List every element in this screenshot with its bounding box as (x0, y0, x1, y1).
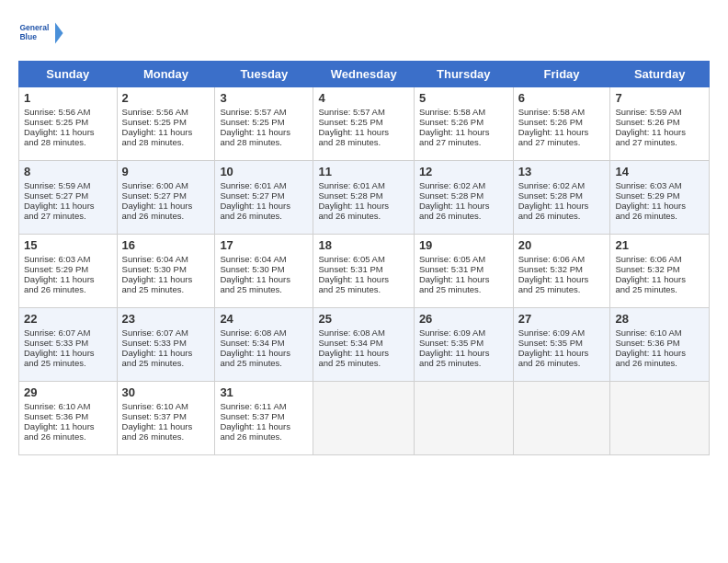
daylight-minutes: and 27 minutes. (615, 137, 677, 147)
daylight-label: Daylight: 11 hours (318, 201, 389, 211)
day-number: 23 (122, 312, 210, 326)
page: General Blue SundayMondayTuesdayWednesda… (0, 0, 728, 470)
sunset-label: Sunset: 5:25 PM (220, 117, 284, 127)
daylight-label: Daylight: 11 hours (518, 274, 589, 284)
daylight-minutes: and 25 minutes. (122, 284, 185, 294)
day-number: 20 (518, 238, 606, 252)
daylight-minutes: and 26 minutes. (318, 211, 381, 221)
sunrise-label: Sunrise: 6:01 AM (220, 180, 286, 190)
calendar-cell: 1Sunrise: 5:56 AMSunset: 5:25 PMDaylight… (19, 87, 118, 161)
weekday-header-row: SundayMondayTuesdayWednesdayThursdayFrid… (19, 62, 710, 87)
calendar-cell: 18Sunrise: 6:05 AMSunset: 5:31 PMDayligh… (313, 235, 414, 308)
sunset-label: Sunset: 5:30 PM (220, 264, 284, 274)
sunset-label: Sunset: 5:28 PM (419, 190, 483, 201)
daylight-minutes: and 25 minutes. (24, 358, 86, 368)
daylight-minutes: and 26 minutes. (518, 358, 581, 368)
weekday-header-wednesday: Wednesday (313, 62, 414, 87)
daylight-minutes: and 25 minutes. (518, 284, 581, 294)
daylight-label: Daylight: 11 hours (24, 127, 95, 137)
calendar: SundayMondayTuesdayWednesdayThursdayFrid… (18, 61, 710, 455)
day-number: 19 (419, 238, 508, 252)
day-number: 26 (419, 312, 508, 326)
calendar-week-4: 22Sunrise: 6:07 AMSunset: 5:33 PMDayligh… (19, 308, 710, 382)
calendar-cell: 14Sunrise: 6:03 AMSunset: 5:29 PMDayligh… (610, 161, 710, 235)
sunset-label: Sunset: 5:33 PM (122, 338, 187, 348)
sunset-label: Sunset: 5:29 PM (615, 190, 679, 201)
sunrise-label: Sunrise: 6:02 AM (518, 180, 585, 190)
sunset-label: Sunset: 5:25 PM (122, 117, 187, 127)
sunrise-label: Sunrise: 6:10 AM (24, 401, 90, 411)
sunrise-label: Sunrise: 6:08 AM (318, 327, 384, 338)
sunset-label: Sunset: 5:26 PM (615, 117, 679, 127)
calendar-cell: 2Sunrise: 5:56 AMSunset: 5:25 PMDaylight… (117, 87, 215, 161)
calendar-cell: 3Sunrise: 5:57 AMSunset: 5:25 PMDaylight… (215, 87, 313, 161)
daylight-minutes: and 26 minutes. (220, 211, 282, 221)
sunset-label: Sunset: 5:25 PM (24, 117, 88, 127)
weekday-header-sunday: Sunday (19, 62, 118, 87)
calendar-cell (414, 382, 513, 455)
calendar-cell: 7Sunrise: 5:59 AMSunset: 5:26 PMDaylight… (610, 87, 710, 161)
daylight-minutes: and 26 minutes. (122, 431, 185, 442)
day-number: 30 (122, 385, 210, 399)
daylight-label: Daylight: 11 hours (615, 274, 686, 284)
daylight-label: Daylight: 11 hours (419, 274, 490, 284)
calendar-cell: 12Sunrise: 6:02 AMSunset: 5:28 PMDayligh… (414, 161, 513, 235)
day-number: 21 (615, 238, 704, 252)
day-number: 7 (615, 91, 704, 105)
daylight-minutes: and 26 minutes. (220, 431, 282, 442)
calendar-cell: 16Sunrise: 6:04 AMSunset: 5:30 PMDayligh… (117, 235, 215, 308)
logo: General Blue (18, 15, 64, 52)
calendar-cell (610, 382, 710, 455)
daylight-minutes: and 28 minutes. (220, 137, 282, 147)
sunset-label: Sunset: 5:31 PM (419, 264, 483, 274)
daylight-label: Daylight: 11 hours (615, 348, 686, 358)
svg-marker-2 (55, 23, 63, 44)
day-number: 3 (220, 91, 308, 105)
calendar-cell: 24Sunrise: 6:08 AMSunset: 5:34 PMDayligh… (215, 308, 313, 382)
day-number: 22 (24, 312, 112, 326)
day-number: 8 (24, 165, 112, 178)
sunset-label: Sunset: 5:30 PM (122, 264, 187, 274)
sunrise-label: Sunrise: 5:56 AM (122, 107, 188, 117)
calendar-cell: 4Sunrise: 5:57 AMSunset: 5:25 PMDaylight… (313, 87, 414, 161)
calendar-cell: 20Sunrise: 6:06 AMSunset: 5:32 PMDayligh… (513, 235, 610, 308)
daylight-minutes: and 25 minutes. (318, 284, 381, 294)
weekday-header-monday: Monday (117, 62, 215, 87)
sunrise-label: Sunrise: 5:59 AM (615, 107, 681, 117)
daylight-label: Daylight: 11 hours (615, 127, 686, 137)
daylight-minutes: and 26 minutes. (615, 211, 677, 221)
day-number: 14 (615, 165, 704, 178)
daylight-label: Daylight: 11 hours (615, 201, 686, 211)
day-number: 12 (419, 165, 508, 178)
daylight-label: Daylight: 11 hours (419, 348, 490, 358)
day-number: 18 (318, 238, 408, 252)
calendar-cell: 31Sunrise: 6:11 AMSunset: 5:37 PMDayligh… (215, 382, 313, 455)
daylight-minutes: and 26 minutes. (419, 211, 482, 221)
daylight-minutes: and 26 minutes. (24, 431, 86, 442)
daylight-label: Daylight: 11 hours (518, 127, 589, 137)
calendar-cell: 26Sunrise: 6:09 AMSunset: 5:35 PMDayligh… (414, 308, 513, 382)
daylight-minutes: and 28 minutes. (318, 137, 381, 147)
sunrise-label: Sunrise: 5:58 AM (518, 107, 585, 117)
day-number: 11 (318, 165, 408, 178)
sunrise-label: Sunrise: 6:07 AM (24, 327, 90, 338)
calendar-cell: 5Sunrise: 5:58 AMSunset: 5:26 PMDaylight… (414, 87, 513, 161)
sunrise-label: Sunrise: 6:10 AM (122, 401, 188, 411)
daylight-minutes: and 27 minutes. (24, 211, 86, 221)
day-number: 5 (419, 91, 508, 105)
day-number: 24 (220, 312, 308, 326)
daylight-minutes: and 25 minutes. (122, 358, 185, 368)
calendar-week-1: 1Sunrise: 5:56 AMSunset: 5:25 PMDaylight… (19, 87, 710, 161)
daylight-label: Daylight: 11 hours (220, 201, 290, 211)
sunset-label: Sunset: 5:25 PM (318, 117, 382, 127)
daylight-label: Daylight: 11 hours (122, 274, 193, 284)
calendar-cell: 28Sunrise: 6:10 AMSunset: 5:36 PMDayligh… (610, 308, 710, 382)
calendar-cell: 10Sunrise: 6:01 AMSunset: 5:27 PMDayligh… (215, 161, 313, 235)
daylight-label: Daylight: 11 hours (122, 348, 193, 358)
calendar-cell: 29Sunrise: 6:10 AMSunset: 5:36 PMDayligh… (19, 382, 118, 455)
day-number: 1 (24, 91, 112, 105)
day-number: 6 (518, 91, 606, 105)
sunset-label: Sunset: 5:31 PM (318, 264, 382, 274)
sunrise-label: Sunrise: 5:59 AM (24, 180, 90, 190)
daylight-label: Daylight: 11 hours (24, 201, 95, 211)
